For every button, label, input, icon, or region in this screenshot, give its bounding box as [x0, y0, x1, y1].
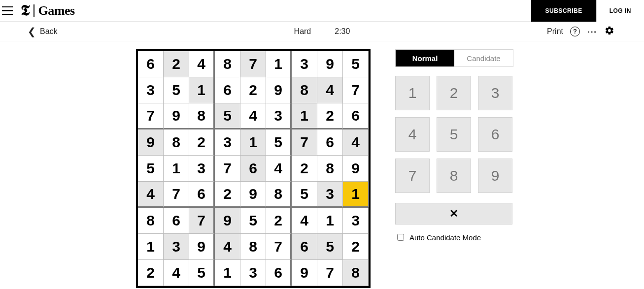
- auto-candidate-toggle[interactable]: Auto Candidate Mode: [395, 232, 513, 242]
- sudoku-cell[interactable]: 9: [317, 51, 343, 77]
- gear-icon[interactable]: [605, 26, 614, 37]
- sudoku-cell[interactable]: 8: [317, 156, 343, 182]
- sudoku-cell[interactable]: 6: [240, 156, 266, 182]
- numpad-key-8[interactable]: 8: [437, 159, 471, 193]
- sudoku-cell[interactable]: 4: [266, 156, 292, 182]
- sudoku-cell[interactable]: 7: [343, 77, 369, 103]
- subscribe-button[interactable]: SUBSCRIBE: [531, 0, 596, 22]
- sudoku-cell[interactable]: 6: [317, 129, 343, 156]
- sudoku-cell[interactable]: 9: [138, 129, 164, 156]
- sudoku-cell[interactable]: 8: [164, 129, 189, 156]
- sudoku-cell[interactable]: 9: [215, 208, 240, 234]
- sudoku-cell[interactable]: 1: [292, 103, 317, 129]
- sudoku-cell[interactable]: 7: [317, 260, 343, 286]
- numpad-key-3[interactable]: 3: [478, 76, 512, 110]
- sudoku-cell[interactable]: 6: [164, 208, 189, 234]
- sudoku-cell[interactable]: 4: [138, 182, 164, 208]
- sudoku-cell[interactable]: 6: [189, 182, 215, 208]
- sudoku-cell[interactable]: 3: [266, 103, 292, 129]
- numpad-key-7[interactable]: 7: [395, 159, 430, 193]
- sudoku-cell[interactable]: 1: [266, 51, 292, 77]
- sudoku-cell[interactable]: 8: [189, 103, 215, 129]
- sudoku-cell[interactable]: 7: [138, 103, 164, 129]
- numpad-key-4[interactable]: 4: [395, 117, 430, 152]
- sudoku-cell[interactable]: 3: [138, 77, 164, 103]
- sudoku-cell[interactable]: 5: [240, 208, 266, 234]
- sudoku-cell[interactable]: 1: [317, 208, 343, 234]
- sudoku-cell[interactable]: 4: [215, 234, 240, 260]
- sudoku-cell[interactable]: 4: [292, 208, 317, 234]
- sudoku-cell[interactable]: 1: [138, 234, 164, 260]
- sudoku-cell[interactable]: 9: [266, 77, 292, 103]
- sudoku-cell[interactable]: 5: [343, 51, 369, 77]
- sudoku-cell[interactable]: 3: [240, 260, 266, 286]
- sudoku-cell[interactable]: 3: [317, 182, 343, 208]
- help-icon[interactable]: ?: [570, 27, 580, 36]
- sudoku-cell[interactable]: 3: [343, 208, 369, 234]
- sudoku-cell[interactable]: 2: [317, 103, 343, 129]
- numpad-key-6[interactable]: 6: [478, 117, 512, 152]
- sudoku-cell[interactable]: 2: [240, 77, 266, 103]
- numpad-key-9[interactable]: 9: [478, 159, 512, 193]
- site-logo[interactable]: 𝕿 Games: [21, 2, 75, 19]
- more-icon[interactable]: ⋯: [587, 26, 598, 37]
- sudoku-cell[interactable]: 7: [266, 234, 292, 260]
- sudoku-cell[interactable]: 6: [138, 51, 164, 77]
- sudoku-cell[interactable]: 4: [240, 103, 266, 129]
- sudoku-cell[interactable]: 2: [266, 208, 292, 234]
- sudoku-cell[interactable]: 5: [138, 156, 164, 182]
- sudoku-cell[interactable]: 4: [343, 129, 369, 156]
- sudoku-cell[interactable]: 5: [215, 103, 240, 129]
- sudoku-cell[interactable]: 6: [215, 77, 240, 103]
- sudoku-cell[interactable]: 9: [292, 260, 317, 286]
- sudoku-cell[interactable]: 6: [292, 234, 317, 260]
- numpad-key-1[interactable]: 1: [395, 76, 430, 110]
- sudoku-cell[interactable]: 5: [189, 260, 215, 286]
- sudoku-cell[interactable]: 9: [189, 234, 215, 260]
- tab-candidate[interactable]: Candidate: [454, 50, 513, 66]
- sudoku-cell[interactable]: 4: [317, 77, 343, 103]
- sudoku-cell[interactable]: 2: [164, 51, 189, 77]
- sudoku-cell[interactable]: 2: [215, 182, 240, 208]
- erase-button[interactable]: ✕: [395, 203, 512, 225]
- sudoku-cell[interactable]: 5: [266, 129, 292, 156]
- sudoku-cell[interactable]: 7: [164, 182, 189, 208]
- sudoku-cell[interactable]: 6: [343, 103, 369, 129]
- sudoku-cell[interactable]: 3: [164, 234, 189, 260]
- sudoku-cell[interactable]: 9: [240, 182, 266, 208]
- sudoku-cell[interactable]: 7: [240, 51, 266, 77]
- sudoku-cell[interactable]: 3: [215, 129, 240, 156]
- sudoku-cell[interactable]: 8: [343, 260, 369, 286]
- sudoku-cell[interactable]: 5: [317, 234, 343, 260]
- sudoku-cell[interactable]: 8: [215, 51, 240, 77]
- sudoku-cell[interactable]: 2: [138, 260, 164, 286]
- sudoku-cell[interactable]: 6: [266, 260, 292, 286]
- sudoku-cell[interactable]: 3: [292, 51, 317, 77]
- sudoku-cell[interactable]: 3: [189, 156, 215, 182]
- sudoku-cell[interactable]: 5: [292, 182, 317, 208]
- sudoku-cell[interactable]: 8: [138, 208, 164, 234]
- sudoku-cell[interactable]: 2: [189, 129, 215, 156]
- print-button[interactable]: Print: [547, 27, 563, 36]
- sudoku-cell[interactable]: 1: [164, 156, 189, 182]
- numpad-key-5[interactable]: 5: [437, 117, 471, 152]
- back-button[interactable]: ❮ Back: [28, 27, 58, 36]
- tab-normal[interactable]: Normal: [396, 50, 454, 66]
- sudoku-cell[interactable]: 5: [164, 77, 189, 103]
- sudoku-cell[interactable]: 7: [292, 129, 317, 156]
- login-button[interactable]: LOG IN: [596, 0, 644, 22]
- sudoku-cell[interactable]: 7: [215, 156, 240, 182]
- auto-candidate-checkbox[interactable]: [397, 234, 404, 241]
- sudoku-cell[interactable]: 4: [164, 260, 189, 286]
- sudoku-cell[interactable]: 9: [164, 103, 189, 129]
- sudoku-cell[interactable]: 2: [343, 234, 369, 260]
- hamburger-icon[interactable]: [2, 4, 16, 18]
- sudoku-cell[interactable]: 9: [343, 156, 369, 182]
- sudoku-cell[interactable]: 1: [215, 260, 240, 286]
- sudoku-cell[interactable]: 1: [189, 77, 215, 103]
- sudoku-cell[interactable]: 8: [292, 77, 317, 103]
- sudoku-cell[interactable]: 4: [189, 51, 215, 77]
- sudoku-cell[interactable]: 2: [292, 156, 317, 182]
- numpad-key-2[interactable]: 2: [437, 76, 471, 110]
- sudoku-cell[interactable]: 8: [240, 234, 266, 260]
